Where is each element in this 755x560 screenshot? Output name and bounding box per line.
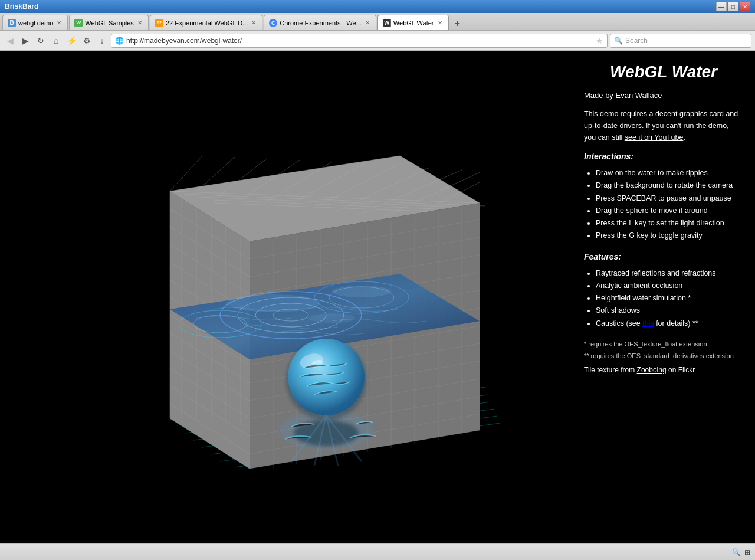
tab-close-webgl-demo[interactable]: ✕	[55, 19, 63, 27]
tile-credit: Tile texture from Zooboing on Flickr	[584, 366, 743, 374]
list-item: Press SPACEBAR to pause and unpause	[596, 192, 743, 205]
svg-point-101	[308, 313, 356, 323]
tab-close-webgl-water[interactable]: ✕	[436, 19, 444, 27]
caustics-link[interactable]: this	[642, 319, 654, 328]
address-bar: ◀ ▶ ↻ ⌂ ⚡ ⚙ ↓ 🌐 http://madebyevan.com/we…	[0, 31, 755, 51]
svg-point-100	[332, 286, 391, 297]
interactions-list: Draw on the water to make ripples Drag t…	[584, 167, 743, 243]
right-sidebar: WebGL Water Made by Evan Wallace This de…	[575, 51, 755, 543]
desc-line2: up-to-date drivers. If you can't run the…	[584, 122, 729, 130]
page-content: WebGL Water Made by Evan Wallace This de…	[0, 51, 755, 543]
tools-button[interactable]: ⚡	[65, 34, 78, 47]
tab-chrome-experiments[interactable]: C Chrome Experiments - We... ✕	[264, 15, 376, 30]
page-description: This demo requires a decent graphics car…	[584, 108, 743, 143]
svg-point-108	[282, 333, 370, 421]
favicon-webgl-samples: W	[74, 19, 83, 27]
footnote2: ** requires the OES_standard_derivatives…	[584, 351, 743, 361]
search-container[interactable]: 🔍 Search	[610, 34, 751, 48]
features-list: Raytraced reflections and refractions An…	[584, 267, 743, 330]
bookmark-star-icon[interactable]: ★	[596, 36, 603, 45]
status-icons: 🔍 ⊞	[732, 548, 750, 556]
tile-credit-prefix: Tile texture from	[584, 366, 637, 374]
tab-label-22-experimental: 22 Experimental WebGL D...	[166, 19, 248, 27]
favicon-chrome: C	[269, 19, 277, 27]
list-item: Press the G key to toggle gravity	[596, 230, 743, 242]
home-button[interactable]: ⌂	[50, 34, 63, 47]
search-icon: 🔍	[614, 37, 623, 45]
zooboing-link[interactable]: Zooboing	[637, 366, 667, 374]
interactions-title: Interactions:	[584, 152, 743, 161]
favicon-webgl-water: W	[383, 19, 391, 27]
tab-webgl-samples[interactable]: W WebGL Samples ✕	[69, 15, 149, 30]
desc-line3: you can still	[584, 133, 625, 142]
search-placeholder: Search	[625, 37, 648, 45]
made-by-prefix: Made by	[584, 91, 615, 100]
webgl-water-scene	[67, 85, 509, 510]
author-link[interactable]: Evan Wallace	[615, 91, 662, 100]
tab-close-22-experimental[interactable]: ✕	[250, 19, 257, 27]
tab-22-experimental[interactable]: 22 22 Experimental WebGL D... ✕	[150, 15, 262, 30]
webgl-canvas-area[interactable]	[0, 51, 575, 543]
tab-webgl-water[interactable]: W WebGL Water ✕	[378, 15, 449, 30]
list-item: Heightfield water simulation *	[596, 292, 743, 304]
tab-close-chrome-experiments[interactable]: ✕	[364, 19, 371, 27]
new-tab-button[interactable]: +	[450, 17, 465, 30]
features-title: Features:	[584, 252, 743, 261]
window-title-bar: BriskBard — □ ✕	[0, 0, 755, 13]
close-button[interactable]: ✕	[740, 2, 750, 11]
maximize-button[interactable]: □	[728, 2, 738, 11]
list-item: Drag the sphere to move it around	[596, 205, 743, 217]
address-input[interactable]: 🌐 http://madebyevan.com/webgl-water/ ★	[111, 34, 608, 48]
page-title: WebGL Water	[584, 63, 743, 81]
list-item: Analytic ambient occlusion	[596, 280, 743, 292]
back-button[interactable]: ◀	[4, 34, 17, 47]
tab-bar: B webgl demo ✕ W WebGL Samples ✕ 22 22 E…	[0, 13, 755, 31]
window-title: BriskBard	[5, 2, 38, 11]
minimize-button[interactable]: —	[716, 2, 727, 11]
footnote1: * requires the OES_texture_float extensi…	[584, 339, 743, 349]
favicon-b: B	[8, 19, 16, 27]
list-item: Caustics (see this for details) **	[596, 317, 743, 330]
tab-close-webgl-samples[interactable]: ✕	[136, 19, 143, 27]
youtube-link[interactable]: see it on YouTube	[625, 133, 684, 142]
tab-label-webgl-demo: webgl demo	[18, 19, 53, 27]
downloads-button[interactable]: ↓	[96, 34, 109, 47]
status-bar: 🔍 ⊞	[0, 543, 755, 560]
status-icon-screen: ⊞	[744, 548, 750, 556]
window-controls: — □ ✕	[716, 2, 750, 11]
list-item: Soft shadows	[596, 304, 743, 317]
refresh-button[interactable]: ↻	[34, 34, 47, 47]
desc-end: .	[683, 133, 685, 142]
list-item: Press the L key to set the light directi…	[596, 217, 743, 230]
list-item: Drag the background to rotate the camera	[596, 179, 743, 192]
desc-line1: This demo requires a decent graphics car…	[584, 110, 738, 118]
svg-point-99	[226, 294, 320, 312]
address-text: http://madebyevan.com/webgl-water/	[126, 37, 593, 45]
list-item: Raytraced reflections and refractions	[596, 267, 743, 280]
forward-button[interactable]: ▶	[19, 34, 32, 47]
list-item: Draw on the water to make ripples	[596, 167, 743, 179]
tile-credit-suffix: on Flickr	[667, 366, 695, 374]
favicon-22: 22	[155, 19, 163, 27]
settings-button[interactable]: ⚙	[80, 34, 93, 47]
tab-webgl-demo[interactable]: B webgl demo ✕	[2, 15, 68, 30]
tab-label-webgl-water: WebGL Water	[393, 19, 434, 27]
address-globe-icon: 🌐	[115, 37, 124, 45]
tab-label-chrome-experiments: Chrome Experiments - We...	[280, 19, 362, 27]
made-by: Made by Evan Wallace	[584, 91, 743, 100]
tab-label-webgl-samples: WebGL Samples	[85, 19, 134, 27]
status-icon-zoom: 🔍	[732, 548, 741, 556]
